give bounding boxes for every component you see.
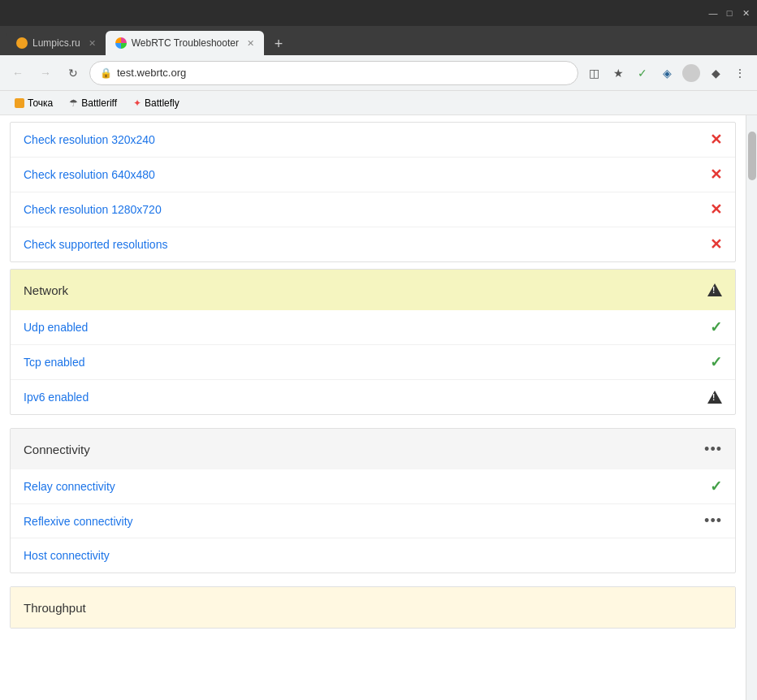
url-display: test.webrtc.org (117, 67, 186, 79)
check-label: Udp enabled (24, 321, 88, 334)
connectivity-dots-icon: ••• (704, 441, 722, 458)
back-button[interactable]: ← (6, 62, 29, 84)
title-bar: — □ ✕ (0, 0, 757, 26)
throughput-section-title: Throughput (24, 601, 86, 615)
tab-bar: Lumpics.ru ✕ WebRTC Troubleshooter ✕ + (0, 26, 757, 55)
check-label: Host connectivity (24, 549, 110, 562)
status-x-icon: ✕ (710, 166, 722, 184)
vpn-button[interactable]: ◈ (656, 63, 677, 84)
status-warn-icon (707, 391, 722, 404)
status-dots-icon: ••• (704, 512, 722, 529)
nav-actions: ◫ ★ ✓ ◈ ◆ ⋮ (583, 63, 751, 84)
table-row: Check resolution 1280x720 ✕ (11, 192, 735, 227)
new-tab-button[interactable]: + (267, 32, 290, 55)
refresh-button[interactable]: ↻ (62, 62, 84, 84)
bookmark-tochka[interactable]: Точка (10, 96, 58, 110)
status-check-icon: ✓ (710, 318, 722, 336)
network-section: Network Udp enabled ✓ Tcp enabled ✓ Ipv6… (10, 269, 736, 415)
tochka-icon (15, 98, 24, 108)
lock-icon: 🔒 (100, 67, 112, 79)
window-controls[interactable]: — □ ✕ (708, 8, 751, 18)
battleriff-icon: ☂ (69, 97, 78, 109)
table-row: Tcp enabled ✓ (11, 345, 735, 380)
cast-button[interactable]: ◫ (583, 63, 604, 84)
profile-image-button[interactable] (681, 63, 702, 84)
network-section-header[interactable]: Network (11, 270, 735, 310)
check-label: Check resolution 640x480 (24, 168, 155, 181)
bookmark-tochka-label: Точка (28, 97, 53, 109)
battlefly-icon: ✦ (133, 97, 141, 109)
address-bar[interactable]: 🔒 test.webrtc.org (89, 61, 578, 85)
bookmark-battleriff-label: Battleriff (81, 97, 117, 109)
forward-button[interactable]: → (34, 62, 57, 84)
minimize-button[interactable]: — (708, 8, 718, 18)
lumpics-icon (16, 37, 28, 49)
tab-lumpics-label: Lumpics.ru (32, 37, 80, 49)
resolution-section: Check resolution 320x240 ✕ Check resolut… (10, 122, 736, 262)
bookmarks-bar: Точка ☂ Battleriff ✦ Battlefly (0, 91, 757, 115)
close-button[interactable]: ✕ (741, 8, 751, 18)
tab-webrtc[interactable]: WebRTC Troubleshooter ✕ (106, 31, 264, 55)
check-label: Check supported resolutions (24, 238, 167, 251)
throughput-section: Throughput (10, 586, 736, 629)
status-check-icon: ✓ (710, 477, 722, 495)
check-label: Tcp enabled (24, 356, 85, 369)
security-check-button[interactable]: ✓ (632, 63, 653, 84)
check-label: Check resolution 1280x720 (24, 203, 162, 216)
webrtc-content: Check resolution 320x240 ✕ Check resolut… (0, 122, 746, 629)
bookmark-button[interactable]: ★ (608, 63, 629, 84)
scrollbar-thumb[interactable] (748, 132, 756, 180)
connectivity-section: Connectivity ••• Relay connectivity ✓ Re… (10, 428, 736, 573)
status-x-icon: ✕ (710, 201, 722, 218)
check-label: Check resolution 320x240 (24, 133, 155, 146)
table-row: Ipv6 enabled (11, 380, 735, 414)
connectivity-section-header[interactable]: Connectivity ••• (11, 429, 735, 469)
check-label: Ipv6 enabled (24, 391, 89, 404)
page-content: Check resolution 320x240 ✕ Check resolut… (0, 115, 746, 700)
status-check-icon: ✓ (710, 353, 722, 371)
browser-content: Check resolution 320x240 ✕ Check resolut… (0, 115, 757, 700)
scrollbar[interactable] (746, 115, 757, 700)
tab-lumpics[interactable]: Lumpics.ru ✕ (6, 31, 106, 55)
webrtc-icon (115, 37, 127, 49)
table-row: Reflexive connectivity ••• (11, 504, 735, 538)
table-row: Check resolution 640x480 ✕ (11, 158, 735, 192)
more-button[interactable]: ⋮ (729, 63, 751, 84)
extensions-button[interactable]: ◆ (705, 63, 726, 84)
table-row: Relay connectivity ✓ (11, 469, 735, 504)
table-row: Check supported resolutions ✕ (11, 227, 735, 261)
nav-bar: ← → ↻ 🔒 test.webrtc.org ◫ ★ ✓ ◈ ◆ ⋮ (0, 55, 757, 91)
check-label: Reflexive connectivity (24, 515, 133, 528)
tab-webrtc-label: WebRTC Troubleshooter (132, 37, 239, 49)
network-warn-icon (707, 283, 722, 296)
bookmark-battlefly-label: Battlefly (145, 97, 180, 109)
tab-lumpics-close[interactable]: ✕ (89, 38, 96, 49)
bookmark-battleriff[interactable]: ☂ Battleriff (64, 96, 122, 110)
bookmark-battlefly[interactable]: ✦ Battlefly (128, 96, 184, 110)
check-label: Relay connectivity (24, 480, 115, 493)
throughput-section-header[interactable]: Throughput (11, 587, 735, 628)
tab-webrtc-close[interactable]: ✕ (247, 38, 254, 49)
maximize-button[interactable]: □ (725, 8, 734, 18)
status-x-icon: ✕ (710, 235, 722, 253)
status-x-icon: ✕ (710, 131, 722, 149)
table-row: Check resolution 320x240 ✕ (11, 123, 735, 158)
connectivity-section-title: Connectivity (24, 443, 90, 456)
table-row: Udp enabled ✓ (11, 310, 735, 345)
network-section-title: Network (24, 283, 68, 297)
table-row: Host connectivity (11, 538, 735, 573)
